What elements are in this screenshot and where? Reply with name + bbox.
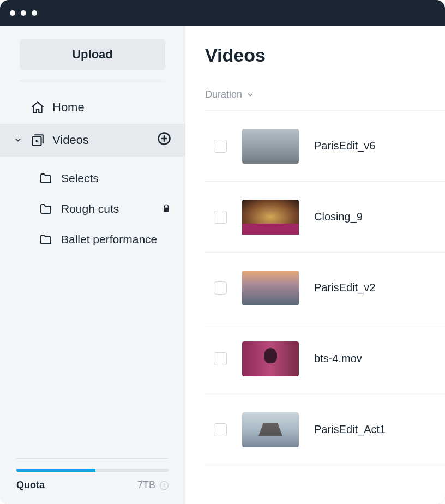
sort-dropdown[interactable]: Duration [205,89,445,111]
sidebar-item-label: Home [52,100,85,115]
window-control-dot[interactable] [21,10,26,16]
video-thumbnail[interactable] [242,129,299,164]
app-window: Upload Home Videos [0,0,445,504]
sidebar-subfolder[interactable]: Selects [0,163,185,194]
sidebar-subfolders: Selects Rough cuts Ballet performance [0,157,185,255]
sidebar: Upload Home Videos [0,26,185,504]
info-icon[interactable]: i [160,481,169,490]
sidebar-item-videos[interactable]: Videos [0,124,185,157]
subfolder-label: Ballet performance [61,233,157,246]
video-checkbox[interactable] [214,211,227,224]
window-control-dot[interactable] [32,10,37,16]
lock-icon [162,202,171,215]
video-checkbox[interactable] [214,423,227,436]
video-checkbox[interactable] [214,352,227,365]
video-library-icon [31,133,45,147]
subfolder-label: Rough cuts [61,202,119,215]
sidebar-item-home[interactable]: Home [0,91,185,124]
home-icon [31,100,45,115]
quota-progress-bar [16,469,169,472]
quota-progress-fill [16,469,95,472]
chevron-down-icon [13,136,23,144]
video-thumbnail[interactable] [242,271,299,305]
video-thumbnail[interactable] [242,412,299,447]
folder-icon [39,172,52,185]
video-thumbnail[interactable] [242,200,299,235]
video-name: ParisEdit_v6 [314,140,375,152]
video-name: ParisEdit_Act1 [314,423,386,436]
video-row[interactable]: ParisEdit_v6 [205,111,445,182]
quota-value: 7TB [137,479,155,491]
folder-icon [39,202,52,215]
quota-section: Quota 7TB i [0,458,185,504]
upload-button[interactable]: Upload [20,39,165,70]
video-checkbox[interactable] [214,281,227,295]
divider [20,81,165,81]
sidebar-subfolder[interactable]: Ballet performance [0,224,185,255]
video-row[interactable]: ParisEdit_Act1 [205,394,445,465]
video-row[interactable]: ParisEdit_v2 [205,253,445,323]
window-control-dot[interactable] [10,10,15,16]
video-name: Closing_9 [314,211,363,223]
quota-label: Quota [16,479,45,491]
video-thumbnail[interactable] [242,341,299,376]
video-checkbox[interactable] [214,140,227,153]
video-row[interactable]: bts-4.mov [205,323,445,394]
titlebar [0,0,445,26]
svg-marker-1 [36,140,39,142]
sort-label: Duration [205,89,242,100]
sidebar-subfolder[interactable]: Rough cuts [0,194,185,224]
app-body: Upload Home Videos [0,26,445,504]
subfolder-label: Selects [61,172,99,185]
video-row[interactable]: Closing_9 [205,182,445,253]
video-list: ParisEdit_v6 Closing_9 ParisEdit_v2 bts-… [205,111,445,465]
video-name: ParisEdit_v2 [314,281,375,294]
folder-icon [39,233,52,246]
chevron-down-icon [246,91,254,99]
divider [16,458,169,459]
add-folder-button[interactable] [157,131,172,149]
main-content: Videos Duration ParisEdit_v6 Closing_9 P… [185,26,445,504]
page-title: Videos [205,45,445,66]
sidebar-item-label: Videos [52,133,89,147]
video-name: bts-4.mov [314,352,362,365]
